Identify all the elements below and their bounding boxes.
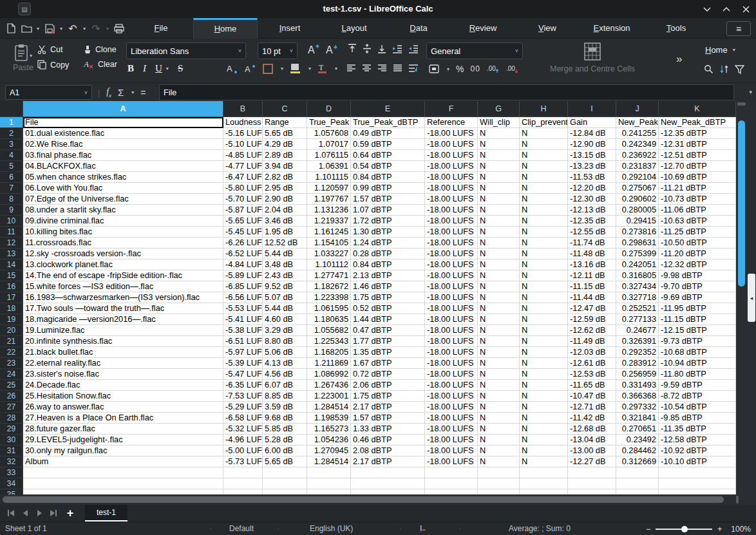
cell-D35[interactable] bbox=[307, 489, 351, 494]
cell-reference-box[interactable]: A1 ˅ bbox=[5, 85, 92, 100]
cell-B24[interactable]: -5.47 LUFS bbox=[223, 369, 263, 380]
search-icon[interactable] bbox=[704, 64, 713, 74]
cell-D5[interactable]: 1.06391 bbox=[307, 161, 351, 172]
cell-K25[interactable]: -9.59 dBTP bbox=[659, 380, 736, 391]
row-header-28[interactable]: 28 bbox=[0, 413, 23, 424]
cell-H5[interactable]: N bbox=[520, 161, 568, 172]
cell-D24[interactable]: 1.086992 bbox=[307, 369, 351, 380]
grow-font-icon[interactable]: A bbox=[308, 44, 321, 55]
cell-I17[interactable]: -11.44 dB bbox=[568, 292, 616, 303]
cell-C8[interactable]: 2.90 dB bbox=[263, 194, 307, 205]
cell-H8[interactable]: N bbox=[520, 194, 568, 205]
cell-D19[interactable]: 1.180635 bbox=[307, 314, 351, 325]
cell-G15[interactable]: N bbox=[478, 270, 520, 281]
cell-H18[interactable]: N bbox=[520, 303, 568, 314]
cell-H29[interactable]: N bbox=[520, 424, 568, 435]
cell-G33[interactable] bbox=[478, 467, 520, 478]
cell-I33[interactable] bbox=[568, 467, 616, 478]
cell-A15[interactable]: 14.The end of escape -fripSide edition-.… bbox=[23, 270, 223, 281]
cell-G12[interactable]: N bbox=[478, 238, 520, 249]
cell-I27[interactable]: -12.71 dB bbox=[568, 402, 616, 413]
cell-J29[interactable]: 0.270651 bbox=[616, 424, 659, 435]
cell-D28[interactable]: 1.198539 bbox=[307, 413, 351, 424]
cell-G23[interactable]: N bbox=[478, 358, 520, 369]
cell-B22[interactable]: -5.97 LUFS bbox=[223, 347, 263, 358]
cell-I3[interactable]: -12.90 dB bbox=[568, 139, 616, 150]
cell-J24[interactable]: 0.256959 bbox=[616, 369, 659, 380]
cell-D18[interactable]: 1.061595 bbox=[307, 303, 351, 314]
cell-G29[interactable]: N bbox=[478, 424, 520, 435]
column-header-C[interactable]: C bbox=[263, 101, 307, 117]
cell-F11[interactable]: -18.00 LUFS bbox=[425, 227, 478, 238]
column-header-E[interactable]: E bbox=[351, 101, 425, 117]
cell-G4[interactable]: N bbox=[478, 150, 520, 161]
cell-I6[interactable]: -11.53 dB bbox=[568, 172, 616, 183]
cell-K24[interactable]: -11.80 dBTP bbox=[659, 369, 736, 380]
cell-D27[interactable]: 1.284514 bbox=[307, 402, 351, 413]
cell-G35[interactable] bbox=[478, 489, 520, 494]
open-file-icon[interactable] bbox=[19, 21, 33, 36]
cell-B23[interactable]: -5.39 LUFS bbox=[223, 358, 263, 369]
cell-A9[interactable]: 08.under a starlit sky.flac bbox=[23, 205, 223, 216]
cell-J21[interactable]: 0.326391 bbox=[616, 336, 659, 347]
cell-I22[interactable]: -12.03 dB bbox=[568, 347, 616, 358]
cell-C28[interactable]: 9.68 dB bbox=[263, 413, 307, 424]
cell-G30[interactable]: N bbox=[478, 435, 520, 446]
cell-H7[interactable]: N bbox=[520, 183, 568, 194]
cell-J9[interactable]: 0.280005 bbox=[616, 205, 659, 216]
row-header-8[interactable]: 8 bbox=[0, 194, 23, 205]
cell-A27[interactable]: 26.way to answer.flac bbox=[23, 402, 223, 413]
cell-J16[interactable]: 0.327434 bbox=[616, 281, 659, 292]
cell-B17[interactable]: -6.56 LUFS bbox=[223, 292, 263, 303]
cell-G28[interactable]: N bbox=[478, 413, 520, 424]
cell-D33[interactable] bbox=[307, 467, 351, 478]
cell-J25[interactable]: 0.331493 bbox=[616, 380, 659, 391]
row-header-25[interactable]: 25 bbox=[0, 380, 23, 391]
cell-C22[interactable]: 5.06 dB bbox=[263, 347, 307, 358]
cell-D1[interactable]: True_Peak bbox=[307, 117, 351, 128]
cell-K15[interactable]: -9.98 dBTP bbox=[659, 270, 736, 281]
row-header-6[interactable]: 6 bbox=[0, 172, 23, 183]
cell-B19[interactable]: -5.41 LUFS bbox=[223, 314, 263, 325]
cell-H13[interactable]: N bbox=[520, 249, 568, 259]
cell-F9[interactable]: -18.00 LUFS bbox=[425, 205, 478, 216]
insert-mode-indicator[interactable]: I⌣ bbox=[420, 522, 426, 535]
cell-E31[interactable]: 2.08 dBTP bbox=[351, 446, 425, 456]
cell-E17[interactable]: 1.75 dBTP bbox=[351, 292, 425, 303]
cell-K35[interactable] bbox=[659, 489, 736, 494]
cell-F10[interactable]: -18.00 LUFS bbox=[425, 216, 478, 227]
horizontal-scrollbar-thumb[interactable] bbox=[3, 496, 724, 503]
cell-E6[interactable]: 0.84 dBTP bbox=[351, 172, 425, 183]
cell-H25[interactable]: N bbox=[520, 380, 568, 391]
add-sheet-button[interactable]: + bbox=[61, 506, 80, 520]
percent-format-icon[interactable]: % bbox=[456, 64, 464, 74]
cell-J31[interactable]: 0.284462 bbox=[616, 446, 659, 456]
cell-K10[interactable]: -10.63 dBTP bbox=[659, 216, 736, 227]
cell-G6[interactable]: N bbox=[478, 172, 520, 183]
cell-K21[interactable]: -9.73 dBTP bbox=[659, 336, 736, 347]
cell-D4[interactable]: 1.076115 bbox=[307, 150, 351, 161]
cell-C27[interactable]: 3.59 dB bbox=[263, 402, 307, 413]
toolbar-group-label[interactable]: Home bbox=[705, 45, 728, 55]
cell-F2[interactable]: -18.00 LUFS bbox=[425, 128, 478, 139]
align-bottom-icon[interactable] bbox=[377, 44, 386, 53]
cell-J22[interactable]: 0.292352 bbox=[616, 347, 659, 358]
row-header-20[interactable]: 20 bbox=[0, 325, 23, 336]
undo-icon[interactable]: ↶ bbox=[66, 21, 80, 36]
cell-I13[interactable]: -11.48 dB bbox=[568, 249, 616, 259]
row-header-30[interactable]: 30 bbox=[0, 435, 23, 446]
toolbar-group-dropdown[interactable]: ▾ bbox=[733, 47, 735, 53]
cell-D3[interactable]: 1.07017 bbox=[307, 139, 351, 150]
cell-J10[interactable]: 0.29415 bbox=[616, 216, 659, 227]
cell-D15[interactable]: 1.277471 bbox=[307, 270, 351, 281]
vertical-scrollbar-thumb[interactable] bbox=[738, 120, 745, 286]
cell-B10[interactable]: -5.65 LUFS bbox=[223, 216, 263, 227]
cell-D31[interactable]: 1.270945 bbox=[307, 446, 351, 456]
cell-G13[interactable]: N bbox=[478, 249, 520, 259]
menu-tab-extension[interactable]: Extension bbox=[580, 18, 644, 39]
cell-E10[interactable]: 1.72 dBTP bbox=[351, 216, 425, 227]
currency-format-dropdown[interactable]: ▾ bbox=[447, 66, 449, 72]
cell-E11[interactable]: 1.30 dBTP bbox=[351, 227, 425, 238]
cell-H12[interactable]: N bbox=[520, 238, 568, 249]
cell-H1[interactable]: Clip_prevent bbox=[520, 117, 568, 128]
